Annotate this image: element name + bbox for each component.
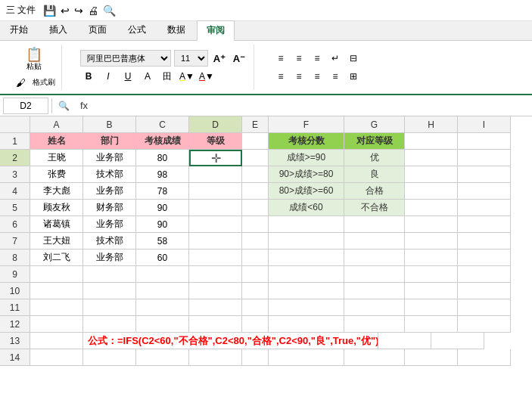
tab-page[interactable]: 页面 [79, 20, 117, 40]
cell-d6[interactable] [189, 216, 242, 233]
cell-e8[interactable] [242, 250, 269, 266]
row-header-5[interactable]: 5 [0, 200, 30, 216]
row-header-7[interactable]: 7 [0, 233, 30, 250]
cell-e10[interactable] [242, 283, 269, 299]
cell-e7[interactable] [242, 233, 269, 250]
cell-a8[interactable]: 刘二飞 [30, 250, 83, 266]
cell-e4[interactable] [242, 183, 269, 200]
cell-f6[interactable] [269, 216, 344, 233]
cell-c7[interactable]: 58 [136, 233, 189, 250]
cell-f4[interactable]: 80>成绩>=60 [269, 183, 344, 200]
cell-g11[interactable] [344, 299, 405, 316]
cell-g8[interactable] [344, 250, 405, 266]
align-top-center-button[interactable]: ≡ [291, 50, 307, 67]
cell-b6[interactable]: 业务部 [83, 216, 136, 233]
cell-g10[interactable] [344, 283, 405, 299]
cell-f9[interactable] [269, 266, 344, 283]
cell-e9[interactable] [242, 266, 269, 283]
cell-i7[interactable] [458, 233, 511, 250]
row-header-11[interactable]: 11 [0, 299, 30, 316]
cell-a3[interactable]: 张费 [30, 166, 83, 183]
row-header-9[interactable]: 9 [0, 266, 30, 283]
col-header-h[interactable]: H [405, 116, 458, 133]
cell-h14[interactable] [405, 349, 458, 366]
cell-b2[interactable]: 业务部 [83, 150, 136, 166]
undo-icon[interactable]: ↩ [61, 5, 70, 17]
cell-h12[interactable] [405, 316, 458, 333]
cell-c14[interactable] [136, 349, 189, 366]
cell-d7[interactable] [189, 233, 242, 250]
cell-reference-input[interactable] [3, 98, 48, 114]
cell-g5[interactable]: 不合格 [344, 200, 405, 216]
cell-i5[interactable] [458, 200, 511, 216]
tab-data[interactable]: 数据 [157, 20, 195, 40]
cell-b5[interactable]: 财务部 [83, 200, 136, 216]
font-name-select[interactable]: 阿里巴巴普惠体 [80, 50, 171, 67]
col-header-c[interactable]: C [136, 116, 189, 133]
cell-g4[interactable]: 合格 [344, 183, 405, 200]
cell-e2[interactable] [242, 150, 269, 166]
cell-f12[interactable] [269, 316, 344, 333]
align-bottom-right-button[interactable]: ≡ [309, 68, 325, 85]
cell-d9[interactable] [189, 266, 242, 283]
cell-c2[interactable]: 80 [136, 150, 189, 166]
cell-f11[interactable] [269, 299, 344, 316]
cell-f14[interactable] [269, 349, 344, 366]
cell-g2[interactable]: 优 [344, 150, 405, 166]
cell-c6[interactable]: 90 [136, 216, 189, 233]
cell-h13[interactable] [378, 333, 431, 349]
cell-i13[interactable] [431, 333, 484, 349]
cell-i2[interactable] [458, 150, 511, 166]
cell-a2[interactable]: 王晓 [30, 150, 83, 166]
cell-f10[interactable] [269, 283, 344, 299]
search-icon[interactable]: 🔍 [103, 5, 116, 17]
cell-h1[interactable] [405, 133, 458, 150]
row-header-2[interactable]: 2 [0, 150, 30, 166]
cell-h8[interactable] [405, 250, 458, 266]
cell-b3[interactable]: 技术部 [83, 166, 136, 183]
cell-e6[interactable] [242, 216, 269, 233]
tab-formula[interactable]: 公式 [118, 20, 156, 40]
cell-i8[interactable] [458, 250, 511, 266]
cell-c12[interactable] [136, 316, 189, 333]
cell-c10[interactable] [136, 283, 189, 299]
formula-input[interactable] [95, 101, 529, 111]
row-header-10[interactable]: 10 [0, 283, 30, 299]
cell-d3[interactable] [189, 166, 242, 183]
cell-h6[interactable] [405, 216, 458, 233]
tab-review[interactable]: 审阅 [197, 20, 235, 41]
cell-c3[interactable]: 98 [136, 166, 189, 183]
cell-f7[interactable] [269, 233, 344, 250]
italic-button[interactable]: I [100, 68, 117, 85]
col-header-d[interactable]: D [189, 116, 242, 133]
cell-b13-merged[interactable]: 公式：=IFS(C2<60,"不合格",C2<80,"合格",C2<90,"良"… [83, 333, 378, 349]
cell-b11[interactable] [83, 299, 136, 316]
cell-b4[interactable]: 业务部 [83, 183, 136, 200]
cell-e3[interactable] [242, 166, 269, 183]
row-header-3[interactable]: 3 [0, 166, 30, 183]
align-top-right-button[interactable]: ≡ [309, 50, 325, 67]
cell-h4[interactable] [405, 183, 458, 200]
cell-i11[interactable] [458, 299, 511, 316]
cell-g12[interactable] [344, 316, 405, 333]
cell-d10[interactable] [189, 283, 242, 299]
cell-c8[interactable]: 60 [136, 250, 189, 266]
tab-insert[interactable]: 插入 [39, 20, 77, 40]
tab-start[interactable]: 开始 [0, 20, 38, 40]
cell-c4[interactable]: 78 [136, 183, 189, 200]
col-header-a[interactable]: A [30, 116, 83, 133]
cell-e14[interactable] [242, 349, 269, 366]
cell-c11[interactable] [136, 299, 189, 316]
cell-d1[interactable]: 等级 [189, 133, 242, 150]
cell-d4[interactable] [189, 183, 242, 200]
cell-d11[interactable] [189, 299, 242, 316]
cell-f2[interactable]: 成绩>=90 [269, 150, 344, 166]
col-header-g[interactable]: G [344, 116, 405, 133]
cell-f3[interactable]: 90>成绩>=80 [269, 166, 344, 183]
font-grow-button[interactable]: A⁺ [211, 50, 228, 67]
wrap-text-button[interactable]: ↵ [327, 50, 344, 67]
border-button[interactable]: 田 [159, 68, 176, 85]
cell-b7[interactable]: 技术部 [83, 233, 136, 250]
paste-button[interactable]: 📋 粘贴 [22, 45, 46, 74]
cell-a13[interactable] [30, 333, 83, 349]
